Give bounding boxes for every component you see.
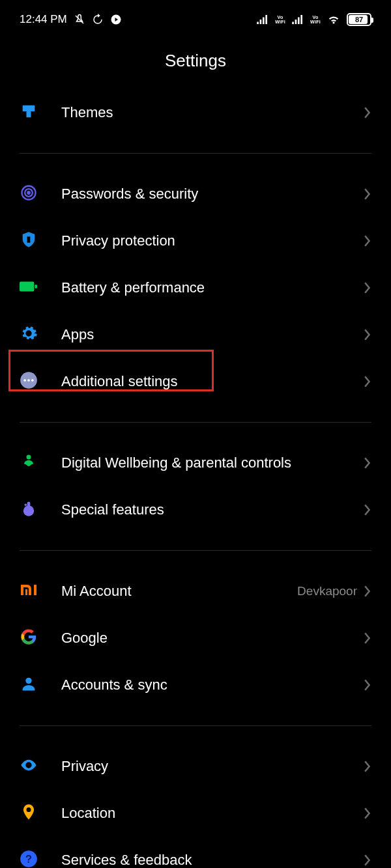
chevron-right-icon	[364, 235, 371, 247]
row-mi-account[interactable]: Mi Account Devkapoor	[0, 568, 391, 615]
svg-rect-3	[260, 20, 262, 24]
svg-rect-8	[298, 18, 300, 25]
svg-point-29	[27, 764, 31, 767]
chevron-right-icon	[364, 807, 371, 819]
svg-rect-17	[35, 285, 37, 288]
battery-pct: 87	[355, 16, 363, 23]
row-label: Privacy protection	[61, 232, 364, 249]
chevron-right-icon	[364, 457, 371, 469]
themes-icon	[20, 102, 38, 123]
chevron-right-icon	[364, 585, 371, 597]
chevron-right-icon	[364, 632, 371, 644]
chevron-right-icon	[364, 679, 371, 691]
signal-1-icon	[257, 15, 268, 24]
page-title: Settings	[0, 39, 391, 89]
svg-rect-4	[263, 18, 265, 25]
settings-list: Themes Passwords & security Privacy prot…	[0, 89, 391, 868]
row-services-feedback[interactable]: ? Services & feedback	[0, 837, 391, 868]
row-label: Themes	[61, 104, 364, 121]
chevron-right-icon	[364, 329, 371, 341]
chevron-right-icon	[364, 854, 371, 866]
svg-rect-11	[27, 111, 31, 117]
person-icon	[20, 675, 38, 695]
chevron-right-icon	[364, 282, 371, 294]
svg-rect-16	[20, 282, 34, 292]
svg-point-23	[23, 505, 34, 516]
status-time: 12:44 PM	[20, 13, 67, 26]
row-trailing: Devkapoor	[297, 584, 357, 598]
section-divider	[20, 422, 371, 423]
svg-rect-27	[34, 585, 36, 595]
row-digital-wellbeing[interactable]: Digital Wellbeing & parental controls	[0, 440, 391, 486]
svg-rect-5	[266, 15, 268, 24]
svg-rect-9	[300, 15, 302, 24]
flask-icon	[20, 499, 38, 520]
google-logo-icon	[20, 628, 38, 649]
row-label: Location	[61, 805, 364, 822]
section-divider	[20, 153, 371, 154]
gear-icon	[20, 324, 38, 345]
svg-point-20	[27, 379, 30, 382]
row-privacy[interactable]: Privacy	[0, 743, 391, 790]
section-divider	[20, 550, 371, 551]
row-label: Special features	[61, 501, 364, 518]
svg-point-21	[31, 379, 34, 382]
vowifi-2-icon: VoWiFi	[310, 15, 321, 24]
battery-icon	[20, 277, 38, 298]
row-additional-settings[interactable]: Additional settings	[0, 358, 391, 405]
row-passwords-security[interactable]: Passwords & security	[0, 171, 391, 217]
svg-point-14	[27, 191, 30, 194]
help-icon: ?	[20, 850, 38, 868]
chevron-right-icon	[364, 188, 371, 200]
row-apps[interactable]: Apps	[0, 311, 391, 358]
svg-point-28	[25, 678, 31, 684]
row-special-features[interactable]: Special features	[0, 486, 391, 533]
more-icon	[20, 371, 38, 392]
svg-point-19	[23, 379, 26, 382]
fingerprint-icon	[20, 184, 38, 204]
chevron-right-icon	[364, 504, 371, 516]
row-label: Digital Wellbeing & parental controls	[61, 455, 364, 471]
svg-line-0	[76, 16, 83, 23]
row-google[interactable]: Google	[0, 615, 391, 662]
svg-rect-2	[257, 22, 259, 25]
shield-icon	[20, 231, 38, 251]
row-location[interactable]: Location	[0, 790, 391, 837]
row-privacy-protection[interactable]: Privacy protection	[0, 217, 391, 264]
chevron-right-icon	[364, 376, 371, 387]
svg-rect-7	[295, 20, 297, 24]
row-label: Google	[61, 630, 364, 647]
svg-rect-26	[25, 589, 27, 595]
row-label: Battery & performance	[61, 279, 364, 296]
row-themes[interactable]: Themes	[0, 89, 391, 136]
section-divider	[20, 725, 371, 726]
row-label: Passwords & security	[61, 186, 364, 203]
svg-rect-6	[292, 22, 294, 25]
row-battery-performance[interactable]: Battery & performance	[0, 264, 391, 311]
svg-point-30	[27, 808, 31, 812]
row-label: Additional settings	[61, 373, 364, 390]
row-label: Mi Account	[61, 583, 297, 600]
row-accounts-sync[interactable]: Accounts & sync	[0, 662, 391, 708]
row-label: Services & feedback	[61, 852, 364, 868]
chevron-right-icon	[364, 761, 371, 772]
mute-icon	[74, 14, 85, 25]
battery-icon: 87	[347, 13, 371, 26]
status-bar: 12:44 PM VoWiFi VoWiFi 87	[0, 0, 391, 39]
row-label: Accounts & sync	[61, 677, 364, 693]
chevron-right-icon	[364, 107, 371, 119]
signal-2-icon	[292, 15, 304, 24]
sync-icon	[92, 14, 104, 25]
row-label: Apps	[61, 326, 364, 343]
mi-logo-icon	[20, 581, 38, 602]
svg-rect-10	[23, 105, 35, 111]
svg-point-22	[27, 455, 31, 460]
play-icon	[110, 14, 122, 25]
wifi-icon	[327, 14, 340, 25]
svg-point-25	[25, 503, 27, 506]
svg-rect-15	[27, 236, 31, 242]
wellbeing-icon	[20, 453, 38, 473]
location-pin-icon	[20, 803, 38, 824]
svg-rect-24	[27, 502, 31, 507]
eye-icon	[20, 756, 38, 777]
